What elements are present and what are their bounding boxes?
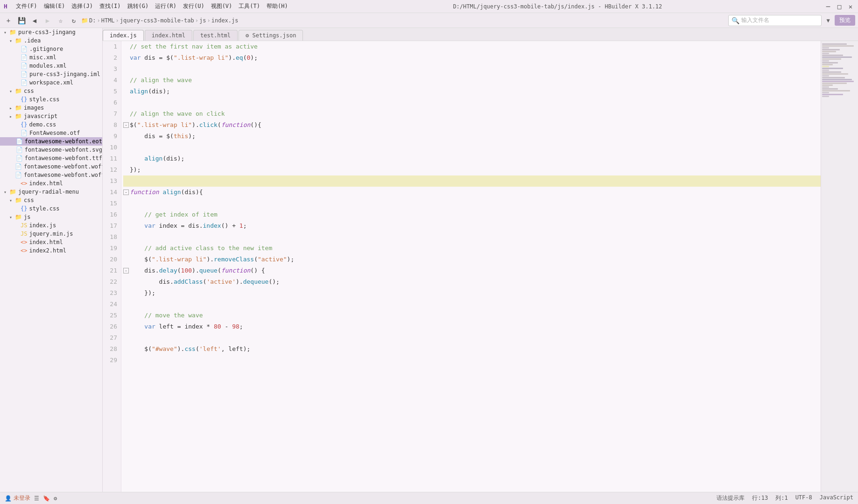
sidebar-item-gitignore[interactable]: 📄 .gitignore <box>0 45 102 53</box>
tree-label: fontawesome-webfont.woff <box>24 163 103 170</box>
file-js-icon: JS <box>21 222 27 229</box>
new-file-button[interactable]: + <box>3 15 14 26</box>
breadcrumb-folder-icon: 📁 <box>81 17 88 24</box>
sidebar-item-fontawesome-woff2[interactable]: 📄 fontawesome-webfont.woff2 <box>0 171 102 179</box>
sidebar-item-pure-css3-jingang[interactable]: ▾ 📁 pure-css3-jingang <box>0 28 102 36</box>
bookmark-button[interactable]: ☆ <box>55 15 66 26</box>
folder-icon: 📁 <box>9 29 16 35</box>
tree-label: fontawesome-webfont.svg <box>25 147 102 153</box>
sidebar-item-index2-html[interactable]: <> index2.html <box>0 246 102 255</box>
menu-select[interactable]: 选择(J) <box>69 1 96 11</box>
menu-file[interactable]: 文件(F) <box>13 1 40 11</box>
minimize-button[interactable]: ─ <box>824 3 832 10</box>
code-token: // get index of item <box>144 209 218 220</box>
tree-label: .gitignore <box>29 46 63 52</box>
code-token: dis. <box>130 276 174 287</box>
sidebar-item-modules-xml[interactable]: 📄 modules.xml <box>0 62 102 70</box>
line-number: 21 <box>103 265 121 276</box>
menu-publish[interactable]: 发行(U) <box>180 1 207 11</box>
sidebar-item-demo-css[interactable]: {} demo.css <box>0 120 102 129</box>
breadcrumb-project[interactable]: jquery-css3-mobile-tab <box>120 17 194 24</box>
code-token: this <box>174 131 188 142</box>
menu-view[interactable]: 视图(V) <box>208 1 235 11</box>
menu-help[interactable]: 帮助(H) <box>264 1 291 11</box>
file-css-icon: {} <box>21 121 27 128</box>
tree-label: style.css <box>29 205 59 212</box>
code-token: 'left' <box>199 343 221 355</box>
bookmark-icon[interactable]: 🔖 <box>43 495 50 502</box>
code-token: ). <box>206 254 214 265</box>
maximize-button[interactable]: □ <box>836 3 843 10</box>
list-view-icon[interactable]: ☰ <box>34 495 39 502</box>
sidebar-item-images[interactable]: ▸ 📁 images <box>0 104 102 112</box>
code-area[interactable]: // set the first nav item as activevar d… <box>121 41 821 492</box>
sidebar-item-jquery-min[interactable]: JS jquery.min.js <box>0 230 102 238</box>
line-number: 1 <box>103 41 121 52</box>
tab-index-js[interactable]: index.js <box>103 30 144 41</box>
sidebar-item-style-css-2[interactable]: {} style.css <box>0 204 102 213</box>
sidebar-item-index-html-1[interactable]: <> index.html <box>0 179 102 188</box>
tab-test-html[interactable]: test.html <box>193 30 238 41</box>
sidebar-item-style-css[interactable]: {} style.css <box>0 95 102 104</box>
sidebar-item-pure-iml[interactable]: 📄 pure-css3-jingang.iml <box>0 70 102 78</box>
sidebar-item-css-2[interactable]: ▾ 📁 css <box>0 196 102 204</box>
sidebar-item-idea[interactable]: ▾ 📁 .idea <box>0 36 102 45</box>
folder-icon: 📁 <box>15 197 22 203</box>
sidebar-item-js[interactable]: ▾ 📁 js <box>0 213 102 221</box>
line-number: 17 <box>103 220 121 231</box>
code-token <box>130 321 144 332</box>
code-line: // move the wave <box>123 310 821 321</box>
sidebar-item-index-html-2[interactable]: <> index.html <box>0 238 102 246</box>
fold-button[interactable]: - <box>123 122 129 128</box>
fold-button[interactable]: - <box>123 268 129 273</box>
sidebar-item-fontawesome-eot[interactable]: 📄 fontawesome-webfont.eot <box>0 137 102 146</box>
line-number: 16 <box>103 209 121 220</box>
line-number: 6 <box>103 97 121 108</box>
breadcrumb-js[interactable]: js <box>199 17 206 24</box>
sidebar-item-javascript[interactable]: ▸ 📁 javascript <box>0 112 102 120</box>
refresh-button[interactable]: ↻ <box>68 15 79 26</box>
filter-button[interactable]: ▼ <box>823 17 833 24</box>
back-button[interactable]: ◀ <box>29 15 40 26</box>
save-button[interactable]: 💾 <box>16 15 27 26</box>
code-token: removeClass <box>214 254 254 265</box>
file-search-input[interactable]: 🔍 输入文件名 <box>728 15 822 26</box>
sidebar-item-jquery-radial-menu[interactable]: ▾ 📁 jquery-radial-menu <box>0 188 102 196</box>
code-token: (dis){ <box>181 187 203 198</box>
code-token <box>130 153 144 164</box>
tab-index-html[interactable]: index.html <box>145 30 192 41</box>
fold-button[interactable]: - <box>123 189 129 195</box>
menu-edit[interactable]: 编辑(E) <box>41 1 68 11</box>
code-editor[interactable]: 1234567891011121314151617181920212223242… <box>103 41 858 492</box>
sidebar-item-fontawesome-svg[interactable]: 📄 fontawesome-webfont.svg <box>0 146 102 154</box>
menu-run[interactable]: 运行(R) <box>152 1 179 11</box>
sidebar-item-misc-xml[interactable]: 📄 misc.xml <box>0 53 102 62</box>
menu-find[interactable]: 查找(I) <box>97 1 124 11</box>
code-line <box>123 142 821 153</box>
forward-button[interactable]: ▶ <box>42 15 53 26</box>
sidebar-item-workspace[interactable]: 📄 workspace.xml <box>0 78 102 87</box>
login-status[interactable]: 👤 未登录 <box>5 494 30 502</box>
menu-tools[interactable]: 工具(T) <box>236 1 263 11</box>
breadcrumb-d[interactable]: D: <box>89 17 96 24</box>
sidebar-item-css[interactable]: ▾ 📁 css <box>0 87 102 95</box>
breadcrumb-html[interactable]: HTML <box>101 17 115 24</box>
file-css-icon: {} <box>21 205 27 212</box>
sidebar-item-fontawesome-ttf[interactable]: 📄 fontawesome-webfont.ttf <box>0 154 102 162</box>
tab-settings-json[interactable]: ⚙ Settings.json <box>239 30 303 41</box>
settings-icon[interactable]: ⚙ <box>54 495 57 502</box>
code-token: // add active class to the new item <box>144 243 272 254</box>
code-line: dis = $(this); <box>123 131 821 142</box>
code-token: function <box>221 119 251 131</box>
close-button[interactable]: ✕ <box>847 3 854 10</box>
sidebar-item-fontawesome-otf[interactable]: 📄 FontAwesome.otf <box>0 129 102 137</box>
code-token: dis = $( <box>130 131 174 142</box>
sidebar-item-index-js[interactable]: JS index.js <box>0 221 102 230</box>
menu-goto[interactable]: 跳转(G) <box>125 1 152 11</box>
breadcrumb-file[interactable]: index.js <box>211 17 239 24</box>
sidebar-item-fontawesome-woff[interactable]: 📄 fontawesome-webfont.woff <box>0 162 102 171</box>
code-token: ".list-wrap li" <box>152 254 206 265</box>
preview-button[interactable]: 预览 <box>835 15 855 26</box>
code-token: delay <box>159 265 177 276</box>
file-icon: 📄 <box>21 63 28 69</box>
